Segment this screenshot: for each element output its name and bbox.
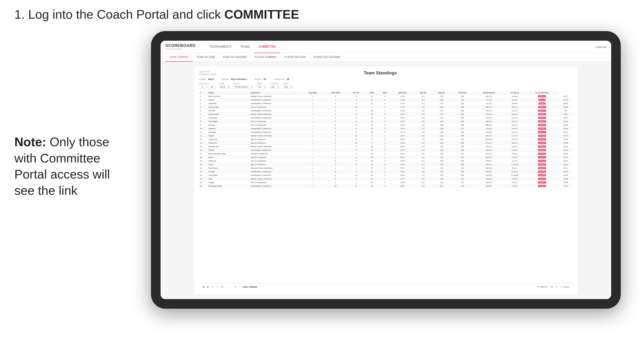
toolbar-clip[interactable]: 📋 [221,286,223,288]
table-cell: 86-26-1 [474,123,504,127]
table-cell: 5 [378,166,392,170]
table-cell: 7 [347,181,365,184]
table-cell: — [302,159,324,163]
toolbar-watch[interactable]: 👁 Watch ▾ [537,286,548,288]
nav-committee[interactable]: COMMITTEE [254,41,280,53]
subnav-player-h2h-grid[interactable]: PLAYER H2H GRID [281,53,310,62]
table-cell: 1.28 [432,170,451,173]
table-cell: 2.77 [432,102,451,105]
table-cell: 0 [378,184,392,188]
table-cell: — [302,148,324,152]
table-cell: 21 [347,134,365,138]
region-select[interactable]: N/A [257,85,266,89]
school-select[interactable]: (All) [283,85,292,89]
region-filter: Region: All [254,78,266,80]
table-cell: 44-24-1 [525,145,559,148]
nav-tournaments[interactable]: TOURNAMENTS [205,41,236,53]
table-cell: 6 [378,163,392,166]
table-cell: 1.55 [432,152,451,156]
table-cell: 90-33-2 [474,177,504,181]
table-cell: 100-27-1 [474,105,504,109]
table-cell: -0.7 [414,163,432,166]
table-cell: 30 [365,173,379,177]
table-cell: Atlantic Coast Conference [250,145,302,148]
toolbar-forward[interactable]: ▶ [207,286,209,288]
table-cell: Atlantic Coast Conference [250,95,302,98]
table-cell: — [302,181,324,184]
table-cell: 39-23-1 [525,123,559,127]
table-cell: 217 [451,127,474,130]
table-cell: 262 [451,95,474,98]
sign-out-button[interactable]: | Sign out [595,45,606,48]
table-cell: 59.94 [559,127,573,130]
nav-teams[interactable]: TEAMS [236,41,254,53]
min-rounds-to[interactable] [208,85,215,89]
col-conference: Conference [250,91,302,95]
table-row: 4Arizona StatePac-12 Conference—12611274… [199,105,573,109]
table-cell: 258 [451,148,474,152]
min-rounds-from[interactable] [199,85,206,89]
toolbar-share[interactable]: ⇙ Share [560,286,569,288]
table-cell: 278.4 [392,163,414,166]
col-vs-top25: Vs Top 25 [504,91,525,95]
table-cell: Vanderbilt [208,102,250,105]
table-cell: 269 [451,173,474,177]
subnav-team-summary[interactable]: TEAM SUMMARY [165,53,193,62]
table-cell: 266 [451,170,474,173]
table-cell: — [302,116,324,120]
table-row: 24DukeAtlantic Coast Conference—59271279… [199,177,573,181]
col-avg-sg: Avg. SG [414,91,432,95]
gender-select[interactable]: Men's [219,85,230,89]
table-cell: 265 [451,145,474,148]
gender-filter: Gender: Men's [199,78,214,80]
table-cell: 265 [451,105,474,109]
table-cell: 1 [324,138,347,141]
table-cell: 59.47 [559,145,573,148]
table-cell: 1 [324,166,347,170]
table-cell: 4 [365,134,379,138]
table-cell: — [302,156,324,159]
table-cell: 273.6 [392,98,414,102]
table-cell: 63-17-0 [525,95,559,98]
subnav-team-h2h-grid[interactable]: TEAM H2H GRID [193,53,219,62]
table-cell: — [302,184,324,188]
subnav-team-h2h-heatmap[interactable]: TEAM H2H HEATMAP [219,53,251,62]
table-cell: 3 [324,123,347,127]
tablet-frame: SCOREBOARD Powered by clippd TOURNAMENTS… [151,31,621,309]
table-body: 1North CarolinaAtlantic Coast Conference… [199,95,573,188]
table-cell: 33-44-8 [525,173,559,177]
table-cell: 2 [378,145,392,148]
table-cell: 73.7 [559,109,573,112]
table-cell: 20 [199,163,208,166]
toolbar-expand[interactable]: ⤢ [556,286,558,288]
subnav-player-h2h-heatmap[interactable]: PLAYER H2H HEATMAP [310,53,344,62]
table-cell: 20-39-1 [525,170,559,173]
table-cell: 2 [378,130,392,134]
table-cell: 82-25-1 [474,156,504,159]
table-cell: Big 12 Conference [250,163,302,166]
table-cell: 60-39-2 [474,184,504,188]
toolbar-grid[interactable]: ⋮ [226,286,228,288]
division-select[interactable]: NCAA Division I [234,85,253,89]
conference-select[interactable]: (All) [270,85,279,89]
toolbar-zoom-fit[interactable]: □ [217,286,218,288]
table-cell: 8 [347,130,365,134]
table-cell: 26 [365,145,379,148]
table-cell: 279.2 [392,170,414,173]
table-cell: 1.86 [432,127,451,130]
toolbar-reload[interactable]: ↻ [212,286,214,288]
table-row: 23Texas A&MSoutheastern Conference—91030… [199,173,573,177]
table-cell: 269 [451,163,474,166]
table-cell: Mountain West Conference [250,166,302,170]
toolbar-clip2[interactable]: 📋 [550,286,553,288]
table-cell: -1.8 [414,184,432,188]
table-cell: 68.27 [559,159,573,163]
col-overall-record: Overall Record [474,91,504,95]
col-school: School [208,91,250,95]
table-cell: 5 [324,177,347,181]
toolbar-view-original[interactable]: View: Original [242,286,257,288]
toolbar-back[interactable]: ◀ [203,286,204,288]
subnav-player-summary[interactable]: PLAYER SUMMARY [251,53,281,62]
table-cell: 30-4-0 [504,98,525,102]
toolbar-clock[interactable]: ⏲ [234,286,236,288]
